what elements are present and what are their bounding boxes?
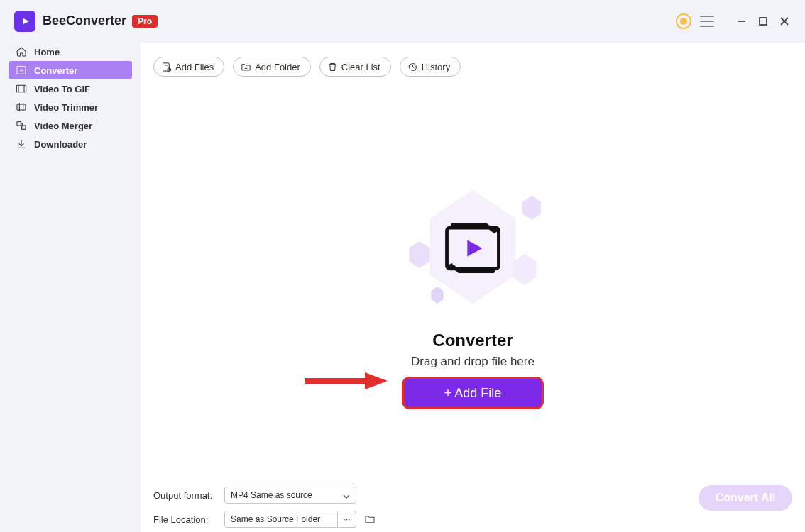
title-bar: BeeConverter Pro (0, 0, 805, 43)
svg-marker-25 (467, 240, 482, 256)
file-location-more-button[interactable]: ··· (338, 511, 356, 528)
converter-icon (16, 65, 27, 76)
sidebar-item-video-trimmer[interactable]: Video Trimmer (9, 98, 132, 116)
merger-icon (16, 120, 27, 131)
sidebar-item-video-to-gif[interactable]: Video To GIF (9, 79, 132, 98)
trash-icon (327, 62, 338, 72)
drop-zone[interactable]: Converter Drag and drop file here + Add … (141, 77, 805, 482)
add-files-button[interactable]: Add Files (153, 57, 224, 77)
sidebar-item-label: Video To GIF (34, 84, 90, 94)
minimize-button[interactable] (733, 12, 751, 31)
svg-rect-13 (17, 122, 21, 126)
app-logo (14, 11, 35, 32)
sidebar-item-label: Video Trimmer (34, 102, 98, 113)
clear-list-button[interactable]: Clear List (319, 57, 391, 77)
button-label: Add Files (175, 62, 214, 72)
sidebar-item-home[interactable]: Home (9, 43, 132, 61)
pro-badge: Pro (132, 15, 158, 28)
menu-icon[interactable] (700, 16, 714, 27)
play-icon (18, 15, 31, 28)
sidebar-item-video-merger[interactable]: Video Merger (9, 116, 132, 135)
output-format-select[interactable]: MP4 Same as source (224, 487, 356, 504)
close-window-button[interactable] (775, 12, 794, 31)
sidebar-item-label: Video Merger (34, 121, 92, 131)
add-file-button[interactable]: + Add File (404, 379, 542, 407)
button-label: Clear List (341, 62, 380, 72)
select-value: MP4 Same as source (231, 490, 312, 500)
hero-title: Converter (432, 331, 513, 350)
hero-graphic (395, 190, 551, 311)
file-location-field[interactable]: Same as Source Folder (224, 511, 338, 528)
sidebar-item-converter[interactable]: Converter (9, 61, 132, 79)
app-name: BeeConverter (43, 13, 126, 28)
output-format-label: Output format: (153, 490, 224, 501)
main-panel: Add Files Add Folder Clear List History (141, 43, 805, 532)
svg-marker-6 (21, 69, 23, 72)
add-files-icon (161, 62, 172, 72)
sidebar-item-downloader[interactable]: Downloader (9, 135, 132, 153)
svg-rect-7 (16, 85, 26, 92)
add-folder-button[interactable]: Add Folder (233, 57, 311, 77)
download-icon (16, 138, 27, 150)
video-to-gif-icon (16, 83, 27, 94)
annotation-arrow (302, 370, 388, 392)
user-avatar-icon[interactable] (676, 13, 691, 29)
convert-icon (439, 220, 507, 277)
convert-all-button[interactable]: Convert All (699, 485, 792, 511)
sidebar-item-label: Downloader (34, 139, 87, 150)
button-label: Add Folder (255, 62, 300, 72)
add-folder-icon (241, 62, 251, 72)
svg-marker-0 (23, 18, 29, 24)
trimmer-icon (16, 101, 27, 113)
history-icon (407, 62, 418, 72)
toolbar: Add Files Add Folder Clear List History (141, 43, 805, 77)
history-button[interactable]: History (400, 57, 461, 77)
svg-rect-10 (17, 104, 26, 110)
sidebar-item-label: Home (34, 47, 60, 57)
hero-subtitle: Drag and drop file here (411, 355, 535, 369)
svg-marker-29 (365, 372, 388, 389)
maximize-button[interactable] (754, 12, 772, 31)
button-label: History (422, 62, 450, 72)
chevron-down-icon (343, 492, 350, 502)
file-location-label: File Location: (153, 514, 224, 525)
open-folder-button[interactable] (362, 511, 378, 527)
home-icon (16, 46, 27, 57)
sidebar: Home Converter Video To GIF Video Trimme… (0, 43, 141, 532)
svg-rect-2 (760, 18, 767, 25)
field-value: Same as Source Folder (231, 514, 320, 524)
bottom-bar: Output format: MP4 Same as source File L… (141, 482, 805, 532)
folder-icon (364, 514, 376, 525)
sidebar-item-label: Converter (34, 65, 77, 76)
